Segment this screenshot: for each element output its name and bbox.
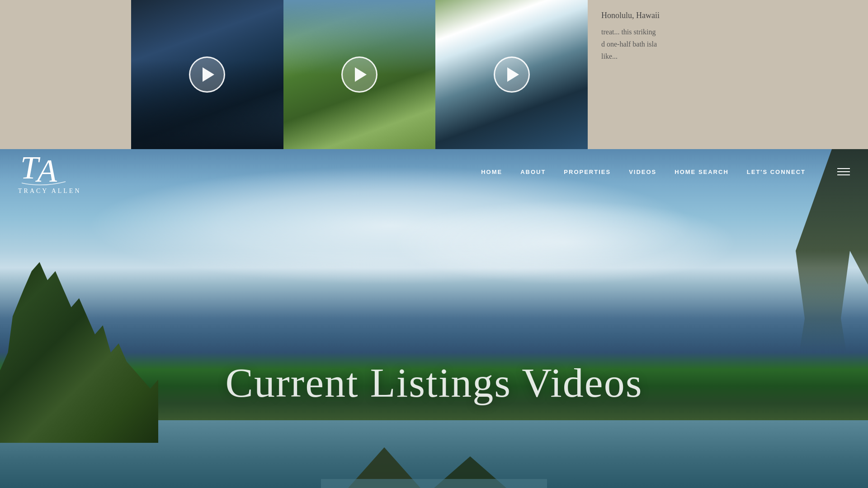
play-button-3[interactable] bbox=[494, 56, 530, 93]
hamburger-menu-icon[interactable] bbox=[837, 168, 850, 175]
logo-area: T A TRACY ALLEN bbox=[18, 149, 81, 195]
nav-lets-connect[interactable]: LET'S CONNECT bbox=[747, 169, 806, 175]
svg-rect-2 bbox=[321, 479, 547, 488]
top-section: Honolulu, Hawaii treat... this striking … bbox=[0, 0, 868, 149]
top-left-panel bbox=[0, 0, 131, 149]
hamburger-line-1 bbox=[837, 168, 850, 169]
location-text: Honolulu, Hawaii bbox=[601, 9, 854, 22]
video-card-3[interactable] bbox=[435, 0, 588, 149]
nav-links: HOME ABOUT PROPERTIES VIDEOS HOME SEARCH… bbox=[481, 168, 850, 175]
nav-about[interactable]: ABOUT bbox=[520, 169, 546, 175]
hamburger-line-2 bbox=[837, 171, 850, 172]
nav-home[interactable]: HOME bbox=[481, 169, 502, 175]
play-button-2[interactable] bbox=[341, 56, 377, 93]
right-panel: Honolulu, Hawaii treat... this striking … bbox=[588, 0, 868, 149]
desc-line3: like... bbox=[601, 52, 618, 60]
navbar: T A TRACY ALLEN HOME ABOUT PROPERTIES VI… bbox=[0, 149, 868, 194]
video-card-2[interactable] bbox=[283, 0, 436, 149]
desc-line2: d one-half bath isla bbox=[601, 40, 657, 48]
svg-text:A: A bbox=[35, 153, 57, 189]
nav-videos[interactable]: VIDEOS bbox=[629, 169, 656, 175]
island-mountains bbox=[321, 434, 547, 488]
hero-title-container: Current Listings Videos bbox=[226, 359, 643, 407]
video-cards-area bbox=[131, 0, 588, 149]
right-panel-text: Honolulu, Hawaii treat... this striking … bbox=[601, 9, 854, 62]
play-button-1[interactable] bbox=[189, 56, 225, 93]
video-card-1[interactable] bbox=[131, 0, 283, 149]
hamburger-line-3 bbox=[837, 174, 850, 175]
logo-monogram[interactable]: T A bbox=[18, 149, 68, 190]
hero-title-text: Current Listings Videos bbox=[226, 359, 643, 407]
description-text: treat... this striking d one-half bath i… bbox=[601, 26, 854, 63]
nav-properties[interactable]: PROPERTIES bbox=[564, 169, 611, 175]
nav-home-search[interactable]: HOME SEARCH bbox=[675, 169, 729, 175]
logo-name: TRACY ALLEN bbox=[18, 188, 81, 195]
desc-line1: treat... this striking bbox=[601, 28, 656, 36]
hero-section: T A TRACY ALLEN HOME ABOUT PROPERTIES VI… bbox=[0, 149, 868, 488]
